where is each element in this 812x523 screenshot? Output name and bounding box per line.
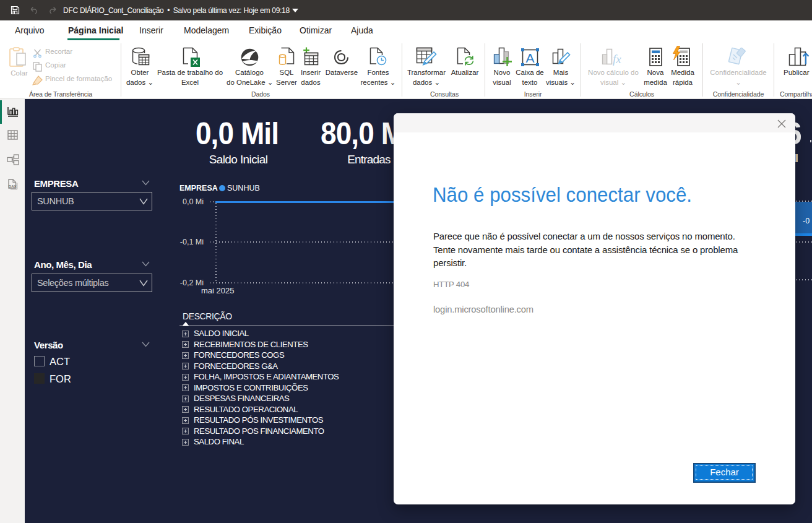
svg-text:DAX: DAX — [9, 184, 17, 188]
svg-text:fx: fx — [613, 53, 621, 66]
svg-text:A: A — [525, 51, 534, 65]
